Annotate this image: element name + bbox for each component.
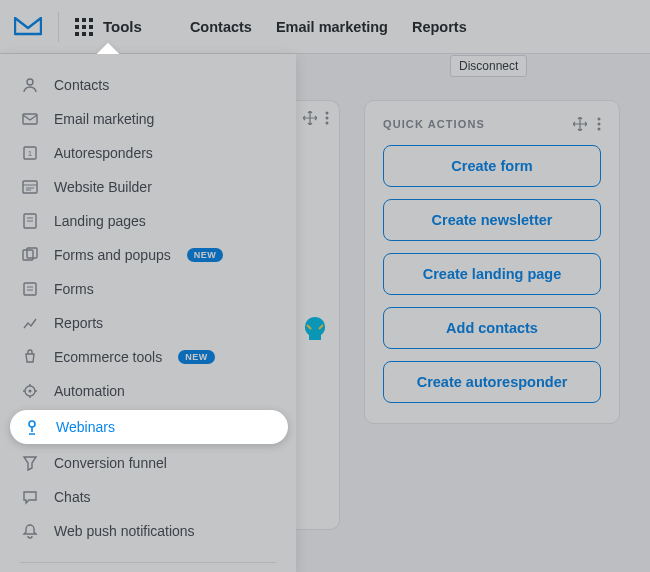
menu-label: Forms — [54, 281, 94, 297]
menu-label: Contacts — [54, 77, 109, 93]
webinars-icon — [22, 417, 42, 437]
top-nav: Contacts Email marketing Reports — [190, 19, 467, 35]
separator — [20, 562, 276, 563]
svg-point-1 — [326, 117, 329, 120]
menu-label: Ecommerce tools — [54, 349, 162, 365]
svg-point-6 — [27, 79, 33, 85]
forms-icon — [20, 279, 40, 299]
reports-icon — [20, 313, 40, 333]
menu-label: Reports — [54, 315, 103, 331]
menu-automation[interactable]: Automation — [0, 374, 296, 408]
partial-card — [290, 100, 340, 530]
menu-label: Conversion funnel — [54, 455, 167, 471]
chats-icon — [20, 487, 40, 507]
svg-rect-7 — [23, 114, 37, 124]
menu-contacts[interactable]: Contacts — [0, 68, 296, 102]
website-icon — [20, 177, 40, 197]
svg-rect-10 — [23, 181, 37, 193]
nav-reports[interactable]: Reports — [412, 19, 467, 35]
svg-point-3 — [598, 118, 601, 121]
tools-menu-button[interactable]: Tools — [75, 18, 142, 36]
menu-email-marketing[interactable]: Email marketing — [0, 102, 296, 136]
add-contacts-button[interactable]: Add contacts — [383, 307, 601, 349]
lightbulb-icon — [301, 315, 329, 351]
ecommerce-icon — [20, 347, 40, 367]
menu-label: Automation — [54, 383, 125, 399]
svg-point-5 — [598, 128, 601, 131]
create-form-button[interactable]: Create form — [383, 145, 601, 187]
menu-label: Forms and popups — [54, 247, 171, 263]
menu-landing-pages[interactable]: Landing pages — [0, 204, 296, 238]
menu-label: Autoresponders — [54, 145, 153, 161]
new-badge: NEW — [178, 350, 215, 364]
quick-actions-panel: QUICK ACTIONS Create form Create newslet… — [364, 100, 620, 424]
move-icon[interactable] — [573, 117, 587, 131]
dots-vertical-icon[interactable] — [325, 111, 329, 125]
automation-icon — [20, 381, 40, 401]
logo-envelope-icon[interactable] — [14, 17, 42, 37]
landing-icon — [20, 211, 40, 231]
create-autoresponder-button[interactable]: Create autoresponder — [383, 361, 601, 403]
menu-forms-popups[interactable]: Forms and popups NEW — [0, 238, 296, 272]
menu-label: Chats — [54, 489, 91, 505]
svg-point-0 — [326, 112, 329, 115]
create-landing-page-button[interactable]: Create landing page — [383, 253, 601, 295]
menu-ecommerce[interactable]: Ecommerce tools NEW — [0, 340, 296, 374]
envelope-icon — [20, 109, 40, 129]
menu-label: Webinars — [56, 419, 115, 435]
menu-label: Email marketing — [54, 111, 154, 127]
move-icon[interactable] — [303, 111, 317, 125]
svg-point-16 — [29, 390, 32, 393]
menu-forms[interactable]: Forms — [0, 272, 296, 306]
contacts-icon — [20, 75, 40, 95]
funnel-icon — [20, 453, 40, 473]
nav-contacts[interactable]: Contacts — [190, 19, 252, 35]
nav-email-marketing[interactable]: Email marketing — [276, 19, 388, 35]
menu-webinars[interactable]: Webinars — [10, 410, 288, 444]
autoresponder-icon: 1 — [20, 143, 40, 163]
divider — [58, 12, 59, 42]
svg-point-2 — [326, 122, 329, 125]
tools-label: Tools — [103, 18, 142, 35]
tools-dropdown: Contacts Email marketing 1 Autoresponder… — [0, 54, 296, 572]
menu-autoresponders[interactable]: 1 Autoresponders — [0, 136, 296, 170]
menu-reports[interactable]: Reports — [0, 306, 296, 340]
top-bar: Tools Contacts Email marketing Reports — [0, 0, 650, 54]
forms-popups-icon — [20, 245, 40, 265]
create-newsletter-button[interactable]: Create newsletter — [383, 199, 601, 241]
svg-text:1: 1 — [28, 149, 33, 158]
dots-vertical-icon[interactable] — [597, 117, 601, 131]
svg-point-4 — [598, 123, 601, 126]
menu-label: Web push notifications — [54, 523, 195, 539]
menu-website-builder[interactable]: Website Builder — [0, 170, 296, 204]
menu-label: Landing pages — [54, 213, 146, 229]
menu-webpush[interactable]: Web push notifications — [0, 514, 296, 548]
grid-icon — [75, 18, 93, 36]
menu-label: Website Builder — [54, 179, 152, 195]
disconnect-tooltip: Disconnect — [450, 55, 527, 77]
menu-chats[interactable]: Chats — [0, 480, 296, 514]
svg-point-17 — [29, 421, 35, 427]
menu-conversion-funnel[interactable]: Conversion funnel — [0, 446, 296, 480]
svg-rect-14 — [24, 283, 36, 295]
webpush-icon — [20, 521, 40, 541]
quick-actions-title: QUICK ACTIONS — [383, 118, 485, 130]
new-badge: NEW — [187, 248, 224, 262]
